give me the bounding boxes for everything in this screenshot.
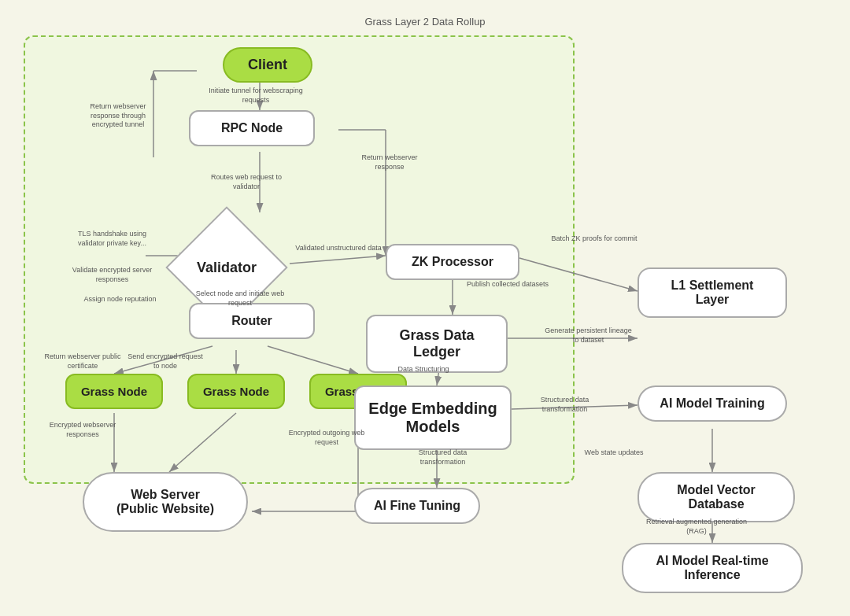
arrow-label-return-resp2: Return webserver response xyxy=(346,153,433,172)
edge-embedding-node: Edge Embedding Models xyxy=(354,385,512,450)
web-server-node: Web Server (Public Website) xyxy=(83,472,248,532)
grass-data-ledger-label: Grass Data Ledger xyxy=(366,315,508,373)
arrow-label-structured-data: Structured data transformation xyxy=(519,396,610,414)
arrow-label-structured-data2: Structured data transformation xyxy=(397,448,488,467)
l1-settlement-node: L1 Settlement Layer xyxy=(638,267,787,318)
zk-processor-label: ZK Processor xyxy=(386,244,519,280)
arrow-label-web-state: Web state updates xyxy=(575,448,653,458)
arrow-label-select-node: Select node and initiate web request xyxy=(189,290,291,308)
arrow-label-encrypted-outgoing: Encrypted outgoing web request xyxy=(283,429,370,447)
arrow-label-return-webserver: Return webserver response through encryp… xyxy=(83,102,153,130)
router-label: Router xyxy=(189,303,315,339)
edge-embedding-label: Edge Embedding Models xyxy=(354,385,512,450)
grass-node-2: Grass Node xyxy=(185,374,287,409)
ai-fine-tuning-label: AI Fine Tuning xyxy=(354,488,480,524)
ai-fine-tuning-node: AI Fine Tuning xyxy=(354,488,480,524)
router-node: Router xyxy=(189,303,315,339)
ai-realtime-label: AI Model Real-time Inference xyxy=(622,543,803,593)
arrow-label-send-encrypted: Send encrypted request to node xyxy=(126,352,205,371)
diagram-title: Grass Layer 2 Data Rollup xyxy=(364,16,485,28)
arrow-label-initiate-tunnel: Initiate tunnel for webscraping requests xyxy=(205,87,307,105)
model-vector-db-node: Model Vector Database xyxy=(638,472,795,522)
rpc-node: RPC Node xyxy=(189,110,315,146)
ai-model-training-label: AI Model Training xyxy=(638,385,787,422)
diagram-container: Grass Layer 2 Data Rollup xyxy=(0,0,850,616)
ai-model-training-node: AI Model Training xyxy=(638,385,787,422)
arrow-label-assign: Assign node reputation xyxy=(83,295,157,304)
arrow-label-validate: Validate encrypted server responses xyxy=(71,266,153,284)
client-node: Client xyxy=(189,47,346,83)
client-label: Client xyxy=(223,47,312,83)
zk-processor-node: ZK Processor xyxy=(386,244,519,280)
arrow-label-generate-persistent: Generate persistent lineage to dataset xyxy=(543,326,634,345)
arrow-label-retrieval: Retrieval augmented generation (RAG) xyxy=(645,518,748,536)
ai-realtime-node: AI Model Real-time Inference xyxy=(622,543,803,593)
arrow-label-encrypted-resp: Encrypted webserver responses xyxy=(43,421,122,439)
arrow-label-return-public: Return webserver public certificate xyxy=(43,352,122,371)
grass-node-1: Grass Node xyxy=(63,374,165,409)
arrow-label-tls: TLS handshake using validator private ke… xyxy=(71,230,153,248)
model-vector-db-label: Model Vector Database xyxy=(638,472,795,522)
grass-node-1-label: Grass Node xyxy=(65,374,163,409)
grass-node-2-label: Grass Node xyxy=(187,374,285,409)
rpc-node-label: RPC Node xyxy=(189,110,315,146)
arrow-label-validated: Validated unstructured data xyxy=(295,244,382,253)
arrow-label-batch-zk: Batch ZK proofs for commit xyxy=(551,234,638,244)
arrow-label-routes-web: Routes web request to validator xyxy=(203,173,290,191)
l1-settlement-label: L1 Settlement Layer xyxy=(638,267,787,318)
grass-data-ledger-node: Grass Data Ledger xyxy=(366,315,508,373)
arrow-label-publish: Publish collected datasets xyxy=(464,280,551,290)
validator-label: Validator xyxy=(197,260,257,276)
web-server-label: Web Server (Public Website) xyxy=(83,472,248,532)
arrow-label-data-structuring: Data Structuring xyxy=(392,365,455,374)
